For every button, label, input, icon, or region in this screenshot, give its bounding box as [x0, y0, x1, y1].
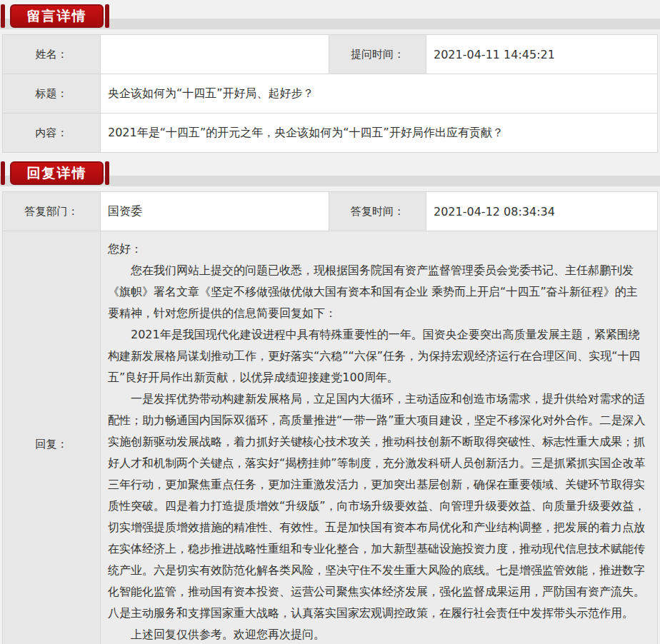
reply-dept-value: 国资委 [101, 192, 329, 231]
table-row: 答复部门： 国资委 答复时间： 2021-04-12 08:34:34 [3, 192, 658, 231]
message-detail-header: 留言详情 [2, 4, 658, 28]
name-value [101, 35, 329, 74]
reply-detail-title: 回复详情 [10, 161, 104, 185]
reply-dept-label: 答复部门： [3, 192, 101, 231]
reply-detail-header: 回复详情 [2, 161, 658, 185]
table-row: 回复： 您好： 您在我们网站上提交的问题已收悉，现根据国务院国有资产监督管理委员… [3, 231, 658, 644]
message-detail-table: 姓名： 提问时间： 2021-04-11 14:45:21 标题： 央企该如何为… [2, 34, 658, 153]
reply-time-value: 2021-04-12 08:34:34 [426, 192, 658, 231]
reply-content: 您好： 您在我们网站上提交的问题已收悉，现根据国务院国有资产监督管理委员会党委书… [101, 231, 658, 644]
content-value: 2021年是“十四五”的开元之年，央企该如何为“十四五”开好局作出应有贡献？ [101, 114, 658, 153]
page-container: 留言详情 姓名： 提问时间： 2021-04-11 14:45:21 标题： 央… [0, 4, 660, 644]
content-label: 内容： [3, 114, 101, 153]
reply-paragraph: 2021年是我国现代化建设进程中具有特殊重要性的一年。国资央企要突出高质量发展主… [108, 324, 647, 388]
title-label: 标题： [3, 74, 101, 114]
reply-time-label: 答复时间： [329, 192, 426, 231]
table-row: 标题： 央企该如何为“十四五”开好局、起好步？ [3, 74, 658, 114]
header-left-bar [1, 4, 5, 28]
message-detail-title: 留言详情 [10, 4, 104, 28]
header-right-bar [105, 4, 109, 28]
reply-paragraph: 您在我们网站上提交的问题已收悉，现根据国务院国有资产监督管理委员会党委书记、主任… [108, 260, 647, 324]
reply-paragraph: 上述回复仅供参考。欢迎您再次提问。 [108, 624, 647, 644]
header-left-bar [1, 161, 5, 185]
reply-paragraph: 一是发挥优势带动构建新发展格局，立足国内大循环，主动适应和创造市场需求，提升供给… [108, 388, 647, 624]
header-right-bar [105, 161, 109, 185]
reply-detail-table: 答复部门： 国资委 答复时间： 2021-04-12 08:34:34 回复： … [2, 191, 658, 644]
table-row: 姓名： 提问时间： 2021-04-11 14:45:21 [3, 35, 658, 74]
name-label: 姓名： [3, 35, 101, 74]
table-row: 内容： 2021年是“十四五”的开元之年，央企该如何为“十四五”开好局作出应有贡… [3, 114, 658, 153]
reply-label: 回复： [3, 231, 101, 644]
ask-time-value: 2021-04-11 14:45:21 [426, 35, 658, 74]
ask-time-label: 提问时间： [329, 35, 426, 74]
title-value: 央企该如何为“十四五”开好局、起好步？ [101, 74, 658, 114]
reply-greeting: 您好： [108, 238, 647, 260]
